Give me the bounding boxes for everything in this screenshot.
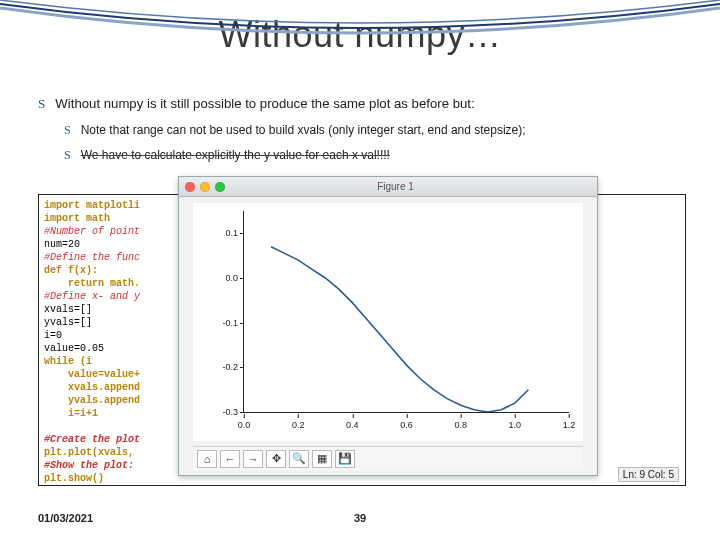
slide-title: Without numpy… bbox=[0, 14, 720, 56]
save-icon[interactable]: 💾 bbox=[335, 450, 355, 468]
x-tick: 1.0 bbox=[509, 420, 522, 430]
bullet-lvl2-text: Note that range can not be used to build… bbox=[81, 122, 682, 139]
x-tick: 0.0 bbox=[238, 420, 251, 430]
zoom-icon[interactable]: 🔍 bbox=[289, 450, 309, 468]
bullet-glyph: S bbox=[64, 122, 71, 139]
editor-status: Ln: 9 Col: 5 bbox=[618, 467, 679, 482]
x-tick: 0.6 bbox=[400, 420, 413, 430]
figure-titlebar: Figure 1 bbox=[179, 177, 597, 197]
home-icon[interactable]: ⌂ bbox=[197, 450, 217, 468]
y-tick: -0.3 bbox=[204, 407, 238, 417]
bullet-lvl2: S We have to calculate explicitly the y … bbox=[64, 147, 682, 164]
subplot-icon[interactable]: ▦ bbox=[312, 450, 332, 468]
bullet-lvl2: S Note that range can not be used to bui… bbox=[64, 122, 682, 139]
x-tick: 0.4 bbox=[346, 420, 359, 430]
y-tick: 0.0 bbox=[204, 273, 238, 283]
bullet-lvl2-text: We have to calculate explicitly the y va… bbox=[81, 147, 682, 164]
figure-window: Figure 1 -0.3-0.2-0.10.00.10.00.20.40.60… bbox=[178, 176, 598, 476]
y-tick: -0.1 bbox=[204, 318, 238, 328]
back-icon[interactable]: ← bbox=[220, 450, 240, 468]
code-body: import matplotli import math #Number of … bbox=[44, 199, 140, 485]
bullet-content: S Without numpy is it still possible to … bbox=[38, 96, 682, 173]
plot-area: -0.3-0.2-0.10.00.10.00.20.40.60.81.01.2 bbox=[193, 203, 583, 441]
bullet-lvl1-text: Without numpy is it still possible to pr… bbox=[55, 96, 474, 112]
footer-date: 01/03/2021 bbox=[38, 512, 93, 524]
bullet-glyph: S bbox=[64, 147, 71, 164]
x-tick: 0.2 bbox=[292, 420, 305, 430]
fwd-icon[interactable]: → bbox=[243, 450, 263, 468]
y-tick: 0.1 bbox=[204, 228, 238, 238]
chart-axes: -0.3-0.2-0.10.00.10.00.20.40.60.81.01.2 bbox=[243, 211, 569, 413]
figure-title: Figure 1 bbox=[200, 181, 591, 192]
pan-icon[interactable]: ✥ bbox=[266, 450, 286, 468]
bullet-glyph: S bbox=[38, 96, 45, 112]
x-tick: 1.2 bbox=[563, 420, 576, 430]
bullet-lvl1: S Without numpy is it still possible to … bbox=[38, 96, 682, 112]
close-icon[interactable] bbox=[185, 182, 195, 192]
y-tick: -0.2 bbox=[204, 362, 238, 372]
mpl-toolbar: ⌂ ← → ✥ 🔍 ▦ 💾 bbox=[193, 446, 583, 470]
footer-page: 39 bbox=[354, 512, 366, 524]
x-tick: 0.8 bbox=[454, 420, 467, 430]
chart-line bbox=[244, 211, 569, 412]
